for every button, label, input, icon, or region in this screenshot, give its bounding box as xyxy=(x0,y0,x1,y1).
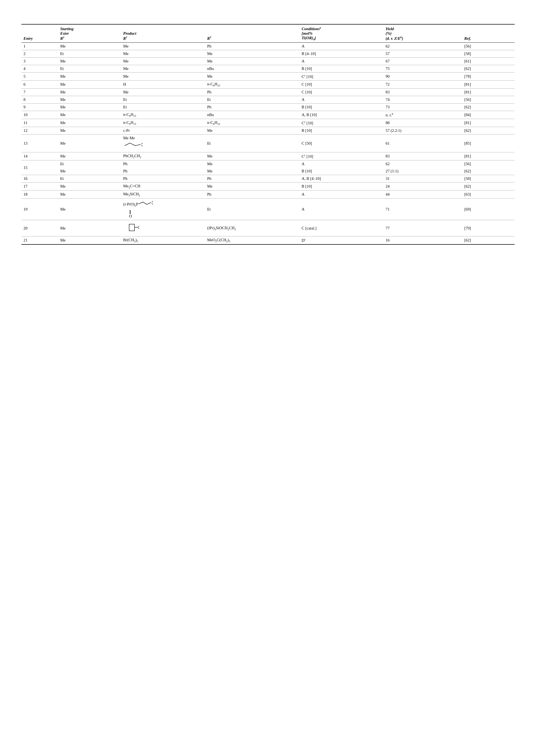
yield-cell: 83 xyxy=(384,88,462,96)
cond-cell: B [10] xyxy=(300,168,384,175)
entry-cell: 13 xyxy=(21,134,58,153)
r3-cell: Me xyxy=(205,58,299,65)
entry-cell: 6 xyxy=(21,81,58,88)
r1-cell: Et xyxy=(121,96,205,104)
r1-cell: n-C6H13 xyxy=(121,119,205,127)
table-row: 19 Me (i-PrO)2P ‖O Et A 71 [69] xyxy=(21,198,515,220)
r3-cell: nBu xyxy=(205,111,299,119)
yield-cell: 27 (1:1) xyxy=(384,168,462,175)
yield-cell: 88 xyxy=(384,119,462,127)
entry-cell: 8 xyxy=(21,96,58,104)
r3-cell: Et xyxy=(205,134,299,153)
table-row: 4 Et Me nBu B [10] 75 [62] xyxy=(21,65,515,73)
ref-cell: [62] xyxy=(462,127,515,134)
r1-cell: Me2C=CH xyxy=(121,183,205,190)
cond-cell: A xyxy=(300,96,384,104)
svg-line-3 xyxy=(141,143,143,144)
table-row: 9 Me Et Ph B [10] 73 [62] xyxy=(21,104,515,111)
ester-cell: Me xyxy=(58,81,121,88)
r1-cell: Br(CH2)5 xyxy=(121,236,205,245)
cond-cell: A xyxy=(300,43,384,50)
r3-cell: Me xyxy=(205,168,299,175)
svg-line-5 xyxy=(139,202,143,204)
ref-cell: [81] xyxy=(462,119,515,127)
r1-cell: Me3SiCH2 xyxy=(121,190,205,198)
ref-cell: [58] xyxy=(462,175,515,183)
ester-cell: Et xyxy=(58,65,121,73)
ester-cell: Me xyxy=(58,190,121,198)
r1-cell: Me xyxy=(121,50,205,58)
svg-line-6 xyxy=(143,202,147,204)
ester-cell: Me xyxy=(58,73,121,81)
r1-cell: (i-PrO)2P ‖O xyxy=(121,198,205,220)
r1-cell: Me xyxy=(121,88,205,96)
entry-cell: 9 xyxy=(21,104,58,111)
r1-cell xyxy=(121,220,205,236)
ester-cell: Me xyxy=(58,96,121,104)
yield-cell: n. r.d xyxy=(384,111,462,119)
table-row: 21 Me Br(CH2)5 MeO2C(CH2)3 Dc 16 [62] xyxy=(21,236,515,245)
cond-cell: Cc [10] xyxy=(300,153,384,160)
ref-cell: [62] xyxy=(462,168,515,175)
entry-cell: 12 xyxy=(21,127,58,134)
yield-cell: 57 xyxy=(384,50,462,58)
ref-cell: [79] xyxy=(462,220,515,236)
table-row: 10 Me n-C6H13 nBu A, B [10] n. r.d [84] xyxy=(21,111,515,119)
svg-line-0 xyxy=(125,143,130,146)
ref-cell: [78] xyxy=(462,73,515,81)
table-header-row: Entry StartingEsterR2 ProductR1 R3 Condi… xyxy=(21,24,515,43)
ester-cell: Me xyxy=(58,220,121,236)
table-row: 3 Me Me Me A 67 [61] xyxy=(21,58,515,65)
cond-cell: C [catal.] xyxy=(300,220,384,236)
ester-cell: Me xyxy=(58,43,121,50)
ester-cell: Me xyxy=(58,134,121,153)
ester-cell: Me xyxy=(58,119,121,127)
r3-cell: Me xyxy=(205,73,299,81)
col-ref: Ref. xyxy=(462,24,515,43)
yield-cell: 71 xyxy=(384,198,462,220)
entry-cell: 14 xyxy=(21,153,58,160)
table-row: 20 Me (iPr)3SiOCH2CH2 C [catal.] 77 [79] xyxy=(21,220,515,236)
cond-cell: C [10] xyxy=(300,81,384,88)
svg-line-8 xyxy=(152,201,153,202)
table-row: 2 Et Me Me B [4–10] 57 [58] xyxy=(21,50,515,58)
r3-cell: Ph xyxy=(205,43,299,50)
r1-cell: Me xyxy=(121,43,205,50)
table-row: 11 Me n-C6H13 n-C6H13 Cc [10] 88 [81] xyxy=(21,119,515,127)
ester-cell: Me xyxy=(58,58,121,65)
r3-cell: n-C6H13 xyxy=(205,119,299,127)
yield-cell: 77 xyxy=(384,220,462,236)
entry-cell: 4 xyxy=(21,65,58,73)
ref-cell: [81] xyxy=(462,153,515,160)
yield-cell: 62 xyxy=(384,43,462,50)
r1-cell: n-C6H13 xyxy=(121,111,205,119)
entry-cell: 16 xyxy=(21,175,58,183)
r1-cell: Et xyxy=(121,104,205,111)
cond-cell: A xyxy=(300,198,384,220)
cond-cell: B [10] xyxy=(300,104,384,111)
svg-line-4 xyxy=(141,145,143,146)
r1-cell: Ph xyxy=(121,160,205,168)
table-row: 16 Et Ph Ph A, B [4–10] 31 [58] xyxy=(21,175,515,183)
ref-cell: [56] xyxy=(462,96,515,104)
ref-cell: [81] xyxy=(462,88,515,96)
ref-cell: [56] xyxy=(462,43,515,50)
r1-cell: Me xyxy=(121,73,205,81)
ref-cell: [62] xyxy=(462,183,515,190)
ref-cell: [69] xyxy=(462,198,515,220)
yield-cell: 72 xyxy=(384,81,462,88)
col-yield: Yield(%)(d. r. Z/Eb) xyxy=(384,24,462,43)
table-row: 12 Me c-Pr Me B [10] 57 (2.2:1) [62] xyxy=(21,127,515,134)
main-table: Entry StartingEsterR2 ProductR1 R3 Condi… xyxy=(21,24,515,245)
yield-cell: 90 xyxy=(384,73,462,81)
yield-cell: 31 xyxy=(384,175,462,183)
svg-line-13 xyxy=(138,228,139,229)
table-row: 6 Me H n-C6H13 C [10] 72 [81] xyxy=(21,81,515,88)
svg-line-2 xyxy=(135,144,141,146)
ester-cell: Et xyxy=(58,160,121,168)
table-row: 8 Me Et Et A 74 [56] xyxy=(21,96,515,104)
entry-cell: 1 xyxy=(21,43,58,50)
ref-cell: [81] xyxy=(462,81,515,88)
cond-cell: A xyxy=(300,160,384,168)
cond-cell: A, B [4–10] xyxy=(300,175,384,183)
